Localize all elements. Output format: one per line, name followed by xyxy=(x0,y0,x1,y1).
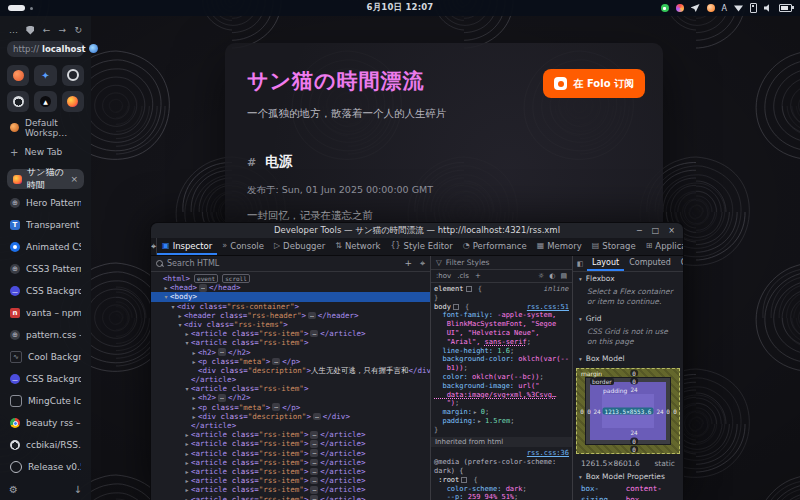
rule-row[interactable]: line-height: 1.6; xyxy=(434,347,569,356)
twisty-icon[interactable]: ▸ xyxy=(176,311,184,320)
markup-row[interactable]: ▸<article class="rss-item">…</article> xyxy=(151,329,430,338)
devtools-tab-memory[interactable]: ▦Memory xyxy=(532,238,587,255)
twisty-icon[interactable]: ▸ xyxy=(183,476,191,485)
devtools-tab-inspector[interactable]: ▣Inspector xyxy=(157,238,217,255)
rule-row[interactable]: padding: ▸ 1.5rem; xyxy=(434,417,569,426)
devtools-titlebar[interactable]: Developer Tools — サン猫の時間漂流 — http://loca… xyxy=(151,223,683,238)
sidebar-tab[interactable]: ⊕pattern.css – CS xyxy=(7,324,84,346)
multicolor-app-icon[interactable] xyxy=(676,4,684,12)
margin-right-value[interactable]: 0 xyxy=(671,408,679,415)
rules-theme-icon[interactable]: ◐ xyxy=(549,272,555,280)
rule-row[interactable]: body {rss.css:51 xyxy=(434,303,569,312)
markup-row[interactable]: <html>eventscroll xyxy=(151,274,430,283)
markup-row[interactable]: ▾<article class="rss-item"> xyxy=(151,338,430,347)
twisty-icon[interactable]: ▸ xyxy=(190,348,198,357)
twisty-icon[interactable]: ▸ xyxy=(190,393,198,402)
rule-row[interactable]: :root { xyxy=(434,476,569,485)
twisty-icon[interactable]: ▸ xyxy=(162,283,170,292)
workspace-row[interactable]: Default Worksp… xyxy=(7,118,84,138)
stylesheet-link[interactable]: rss.css:36 xyxy=(523,449,569,458)
rule-row[interactable]: data:image/svg+xml,%3Csvg… xyxy=(434,391,569,400)
sidebar-tab[interactable]: ⊕Hero Patterns | T xyxy=(7,192,84,214)
rule-row[interactable]: @media (prefers-color-scheme: xyxy=(434,458,569,467)
twisty-icon[interactable]: ▸ xyxy=(183,329,191,338)
telegram-icon[interactable] xyxy=(691,4,700,12)
pick-element-icon[interactable]: ⌖ xyxy=(420,258,425,269)
twisty-icon[interactable]: ▸ xyxy=(183,467,191,476)
border-bottom-value[interactable]: 0 xyxy=(630,438,638,445)
twisty-icon[interactable]: ▸ xyxy=(183,430,191,439)
volume-icon[interactable] xyxy=(764,4,772,12)
rules-tool-[interactable]: + xyxy=(475,272,481,280)
markup-row[interactable]: ▸<article class="rss-item">…</article> xyxy=(151,485,430,494)
tab-changes[interactable]: Changes xyxy=(676,256,683,271)
devtools-tab-style-editor[interactable]: {}Style Editor xyxy=(385,238,457,255)
markup-row[interactable]: ▸<article class="rss-item">…</article> xyxy=(151,467,430,476)
rule-row[interactable]: rss.css:36 xyxy=(434,449,569,458)
forward-icon[interactable]: → xyxy=(59,25,67,35)
rule-row[interactable]: --p: 259 94% 51%; xyxy=(434,493,569,500)
rule-row[interactable]: font-family: -apple-system, xyxy=(434,311,569,320)
pinned-tab-ring[interactable] xyxy=(62,65,84,86)
content-size-value[interactable]: 1213.5×8553.6 xyxy=(603,408,654,415)
close-button[interactable]: × xyxy=(668,226,675,235)
search-html-input[interactable]: Search HTML xyxy=(167,259,219,268)
twisty-icon[interactable]: ▾ xyxy=(176,320,184,329)
sidebar-tab[interactable]: TTransparent Tex xyxy=(7,214,84,236)
markup-row[interactable]: ▸<p class="meta">…</p> xyxy=(151,357,430,366)
markup-row[interactable]: ▾<body> xyxy=(151,292,430,301)
markup-row[interactable]: ▸<h2>…</h2> xyxy=(151,393,430,402)
back-icon[interactable]: ← xyxy=(43,25,51,35)
twisty-icon[interactable]: ▸ xyxy=(183,449,191,458)
markup-row[interactable]: ▸<article class="rss-item">…</article> xyxy=(151,439,430,448)
sidebar-menu-icon[interactable]: … xyxy=(9,25,18,35)
twisty-icon[interactable]: ▾ xyxy=(183,384,191,393)
sidebar-tab[interactable]: MingCute Icon ic xyxy=(7,390,84,412)
stylesheet-link[interactable]: rss.css:51 xyxy=(523,303,569,312)
add-node-icon[interactable]: + xyxy=(404,258,412,269)
markup-row[interactable]: ▸<article class="rss-item">…</article> xyxy=(151,476,430,485)
markup-row[interactable]: ▾<article class="rss-item"> xyxy=(151,384,430,393)
rule-row[interactable]: background-color: oklch(var(-- xyxy=(434,355,569,364)
twisty-icon[interactable]: ▾ xyxy=(169,302,177,311)
filter-styles-input[interactable]: Filter Styles xyxy=(446,258,490,267)
settings-gear-icon[interactable]: ⚙ xyxy=(9,484,18,495)
new-tab-button[interactable]: + New Tab xyxy=(7,144,84,161)
rule-row[interactable]: color-scheme: dark; xyxy=(434,485,569,494)
sidebar-tab[interactable]: ⊕CSS3 Patterns G xyxy=(7,258,84,280)
markup-row[interactable]: ▸<div class="description">…</div> xyxy=(151,412,430,421)
markup-row[interactable]: ▸<head>…</head> xyxy=(151,283,430,292)
sidebar-tab[interactable]: nvanta – npm xyxy=(7,302,84,324)
devtools-tab-performance[interactable]: ◔Performance xyxy=(458,238,532,255)
device-battery-icon[interactable] xyxy=(750,3,757,13)
rules-tool-hov[interactable]: :hov xyxy=(436,272,451,280)
padding-bottom-value[interactable]: 24 xyxy=(628,429,639,436)
sidebar-tab[interactable]: Animated CSS B xyxy=(7,236,84,258)
rule-row[interactable]: BlinkMacSystemFont, "Segoe xyxy=(434,320,569,329)
rules-tool-cls[interactable]: .cls xyxy=(457,272,469,280)
markup-row[interactable]: </article> xyxy=(151,421,430,430)
pinned-tab-spark[interactable]: ✦ xyxy=(34,65,56,86)
sidebar-tab[interactable]: —CSS Background xyxy=(7,280,84,302)
margin-top-value[interactable]: 0 xyxy=(630,370,638,377)
pinned-tab-ffx[interactable] xyxy=(62,91,84,112)
close-tab-icon[interactable]: × xyxy=(70,174,78,184)
minimize-button[interactable]: − xyxy=(636,226,643,235)
pinned-tab-vercel[interactable]: ▲ xyxy=(34,91,56,112)
rule-row[interactable]: } xyxy=(434,294,569,303)
markup-row[interactable]: ▸<article class="rss-item">…</article> xyxy=(151,449,430,458)
markup-row[interactable]: ▾<div class="rss-items"> xyxy=(151,320,430,329)
devtools-tab-console[interactable]: »Console xyxy=(217,238,269,255)
rule-row[interactable]: color: oklch(var(--bc)); xyxy=(434,373,569,382)
active-tab[interactable]: サン猫の時間 × xyxy=(7,169,84,189)
padding-left-value[interactable]: 24 xyxy=(591,408,602,415)
green-app-icon[interactable] xyxy=(661,4,669,12)
rule-row[interactable]: "); xyxy=(434,399,569,408)
twisty-icon[interactable]: ▸ xyxy=(183,458,191,467)
twisty-icon[interactable]: ▾ xyxy=(162,292,170,301)
markup-row[interactable]: ▸<h2>…</h2> xyxy=(151,348,430,357)
border-top-value[interactable]: 0 xyxy=(630,378,638,385)
maximize-button[interactable]: □ xyxy=(652,226,660,235)
markup-row[interactable]: ▸<article class="rss-item">…</article> xyxy=(151,495,430,500)
reload-icon[interactable]: ↻ xyxy=(74,25,82,35)
